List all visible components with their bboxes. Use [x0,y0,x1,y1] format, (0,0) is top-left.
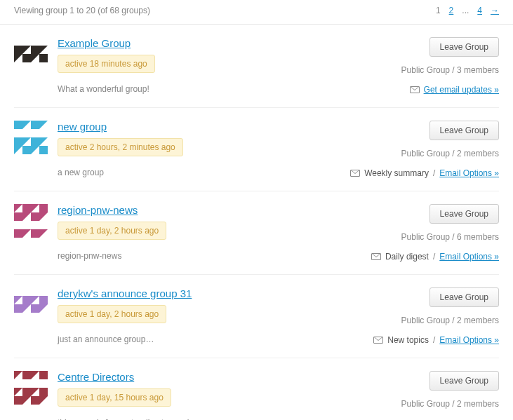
group-avatar[interactable] [14,371,48,405]
svg-rect-40 [14,304,22,313]
group-description: region-pnw-news [58,251,371,261]
svg-rect-8 [39,54,48,62]
group-description: just an announce group… [58,334,373,344]
svg-rect-3 [31,46,39,54]
svg-rect-55 [31,396,39,405]
email-row: New topics/Email Options » [373,335,499,345]
svg-rect-39 [39,296,48,304]
group-item: derykw's announce group 31active 1 day, … [14,275,499,358]
svg-rect-50 [22,388,31,396]
svg-rect-16 [31,137,39,146]
group-side: Leave GroupPublic Group / 2 membersWeekl… [350,121,499,178]
svg-rect-19 [22,146,31,154]
leave-group-button[interactable]: Leave Group [429,37,499,57]
group-side: Leave GroupPublic Group / 3 membersGet e… [401,37,499,95]
svg-rect-31 [14,229,22,238]
envelope-icon [373,337,383,344]
email-status: New topics [387,335,429,345]
svg-rect-37 [22,296,31,304]
group-list: Example Groupactive 18 minutes agoWhat a… [0,25,513,420]
group-title-link[interactable]: derykw's announce group 31 [58,287,192,299]
page-current: 1 [436,6,441,15]
group-main: Example Groupactive 18 minutes agoWhat a… [58,37,401,95]
group-item: region-pnw-newsactive 1 day, 2 hours ago… [14,191,499,275]
page-ellipsis: ... [462,6,469,15]
group-main: Centre Directorsactive 1 day, 15 hours a… [58,371,394,420]
svg-rect-10 [14,121,22,129]
group-title-link[interactable]: Centre Directors [58,371,134,383]
group-meta: Public Group / 2 members [401,399,499,409]
page-2-link[interactable]: 2 [449,6,454,15]
svg-rect-52 [39,388,48,396]
group-main: new groupactive 2 hours, 2 minutes agoa … [58,121,350,178]
leave-group-button[interactable]: Leave Group [429,287,499,307]
group-title-link[interactable]: region-pnw-news [58,204,138,216]
svg-rect-29 [31,212,39,221]
svg-rect-12 [31,121,39,129]
group-meta: Public Group / 2 members [401,149,499,158]
group-meta: Public Group / 6 members [401,232,499,242]
envelope-icon [350,170,360,177]
envelope-icon [371,253,381,260]
group-side: Leave GroupPublic Group / 2 membersNew t… [373,287,499,345]
group-side: Leave GroupPublic Group / 2 membersEmail… [394,371,499,420]
email-status: Weekly summary [364,168,429,178]
svg-rect-46 [22,371,31,379]
leave-group-button[interactable]: Leave Group [429,371,499,391]
email-status: Daily digest [385,252,429,262]
group-main: derykw's announce group 31active 1 day, … [58,287,373,345]
pagination: 1 2 ... 4 → [436,6,499,15]
svg-rect-14 [14,137,22,146]
group-meta: Public Group / 3 members [401,65,499,75]
group-title-link[interactable]: Example Group [58,37,131,49]
activity-badge: active 18 minutes ago [58,55,155,73]
svg-rect-21 [39,146,48,154]
page-4-link[interactable]: 4 [477,6,482,15]
group-avatar[interactable] [14,287,48,321]
svg-rect-27 [14,212,22,221]
email-options-link[interactable]: Email Options » [439,335,499,345]
activity-badge: active 1 day, 2 hours ago [58,305,166,323]
svg-rect-1 [14,46,22,54]
leave-group-button[interactable]: Leave Group [429,204,499,224]
list-header: Viewing group 1 to 20 (of 68 groups) 1 2… [0,0,513,25]
email-options-link[interactable]: Email Options » [439,252,499,262]
email-row: Daily digest/Email Options » [371,252,499,262]
svg-rect-48 [39,371,48,379]
group-item: Centre Directorsactive 1 day, 15 hours a… [14,358,499,420]
svg-rect-6 [22,54,31,62]
group-avatar[interactable] [14,121,48,154]
leave-group-button[interactable]: Leave Group [429,121,499,140]
group-description: What a wonderful group! [58,84,401,94]
viewing-text: Viewing group 1 to 20 (of 68 groups) [14,6,150,15]
svg-rect-42 [31,304,39,313]
group-side: Leave GroupPublic Group / 6 membersDaily… [371,204,499,262]
group-description: a new group [58,168,350,177]
svg-rect-24 [22,204,31,212]
svg-rect-53 [14,396,22,405]
svg-rect-33 [31,229,39,238]
group-title-link[interactable]: new group [58,121,107,133]
group-avatar[interactable] [14,204,48,238]
activity-badge: active 1 day, 15 hours ago [58,388,171,407]
separator: / [433,252,435,262]
separator: / [433,168,435,178]
email-options-link[interactable]: Get email updates » [424,85,499,95]
group-main: region-pnw-newsactive 1 day, 2 hours ago… [58,204,371,262]
email-row: Weekly summary/Email Options » [350,168,499,178]
email-row: Get email updates » [410,85,499,95]
activity-badge: active 2 hours, 2 minutes ago [58,138,183,156]
email-options-link[interactable]: Email Options » [439,168,499,178]
group-item: new groupactive 2 hours, 2 minutes agoa … [14,108,499,191]
page-next-link[interactable]: → [491,6,499,15]
activity-badge: active 1 day, 2 hours ago [58,222,166,240]
group-item: Example Groupactive 18 minutes agoWhat a… [14,25,499,108]
envelope-icon [410,86,420,93]
group-meta: Public Group / 2 members [401,316,499,325]
group-avatar[interactable] [14,37,48,71]
separator: / [433,335,435,345]
svg-rect-26 [39,204,48,212]
